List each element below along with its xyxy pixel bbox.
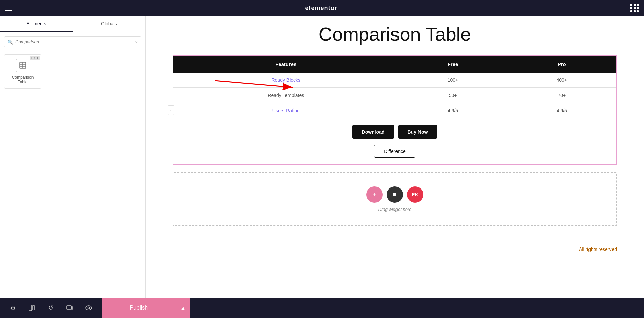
footer-rights: All rights reserved	[579, 246, 617, 252]
svg-rect-7	[32, 306, 35, 310]
chevron-up-icon: ▲	[181, 305, 186, 311]
tab-globals[interactable]: Globals	[73, 16, 146, 32]
logo: elementor	[305, 5, 337, 12]
free-value-0: 100+	[399, 73, 508, 88]
feature-name-1: Ready Templates	[173, 88, 399, 103]
comparison-table-widget[interactable]: ‹ Features Free Pro Ready Blocks 100+	[173, 55, 617, 165]
app-grid-icon[interactable]	[630, 4, 639, 12]
responsive-tool[interactable]	[64, 302, 76, 314]
ek-icon[interactable]: EK	[407, 186, 423, 203]
ct-actions: Download Buy Now	[173, 118, 616, 142]
free-value-2: 4.9/5	[399, 103, 508, 118]
pro-value-2: 4.9/5	[508, 103, 616, 118]
pro-value-0: 400+	[508, 73, 616, 88]
sidebar-search: 🔍 ×	[4, 36, 141, 47]
layers-icon	[28, 304, 35, 311]
table-row: Ready Blocks 100+ 400+	[173, 73, 616, 88]
free-value-1: 50+	[399, 88, 508, 103]
bottom-bar: ⚙ ↺ Publish ▲	[0, 298, 644, 318]
settings-tool[interactable]: ⚙	[7, 302, 19, 314]
sidebar-tabs: Elements Globals	[0, 16, 145, 32]
buy-now-button[interactable]: Buy Now	[398, 125, 437, 139]
difference-button[interactable]: Difference	[374, 145, 415, 158]
ct-difference: Difference	[173, 142, 616, 164]
download-button[interactable]: Download	[352, 125, 394, 139]
feature-name-0: Ready Blocks	[173, 73, 399, 88]
feature-name-2: Users Rating	[173, 103, 399, 118]
svg-point-10	[86, 306, 92, 310]
layers-tool[interactable]	[26, 302, 38, 314]
col-pro: Pro	[508, 56, 616, 73]
block-icon[interactable]: ■	[387, 186, 403, 203]
sidebar: Elements Globals 🔍 × EXIT Comparison Ta	[0, 16, 146, 298]
search-icon: 🔍	[7, 39, 13, 44]
widget-label: Comparison Table	[7, 75, 38, 84]
table-row: Users Rating 4.9/5 4.9/5	[173, 103, 616, 118]
sidebar-widgets: EXIT Comparison Table	[0, 52, 145, 92]
comparison-table-icon	[19, 61, 27, 69]
table-row: Ready Templates 50+ 70+	[173, 88, 616, 103]
bottom-bar-tools: ⚙ ↺	[0, 302, 102, 314]
top-bar: elementor	[0, 0, 644, 16]
collapse-toggle[interactable]: ‹	[168, 105, 174, 115]
drop-zone-icons: + ■ EK	[366, 186, 423, 203]
canvas-inner: Comparison Table ‹ Features Free Pro Rea	[146, 16, 644, 298]
top-bar-left	[5, 6, 12, 11]
svg-rect-6	[29, 305, 32, 311]
svg-point-11	[88, 307, 90, 309]
tab-elements[interactable]: Elements	[0, 16, 73, 32]
widget-comparison-table[interactable]: EXIT Comparison Table	[4, 54, 41, 89]
canvas-footer: All rights reserved	[146, 233, 644, 265]
exit-badge: EXIT	[30, 56, 40, 60]
top-bar-right	[630, 4, 639, 12]
eye-icon	[85, 304, 92, 311]
add-widget-icon[interactable]: +	[366, 186, 383, 203]
page-title: Comparison Table	[146, 16, 644, 55]
col-free: Free	[399, 56, 508, 73]
responsive-icon	[66, 304, 73, 311]
pro-value-1: 70+	[508, 88, 616, 103]
publish-expand-button[interactable]: ▲	[176, 298, 190, 318]
preview-tool[interactable]	[83, 302, 95, 314]
main-layout: Elements Globals 🔍 × EXIT Comparison Ta	[0, 16, 644, 298]
drop-zone-label: Drag widget here	[378, 207, 412, 212]
widget-icon	[16, 59, 29, 72]
svg-rect-8	[67, 306, 71, 309]
clear-search-icon[interactable]: ×	[135, 39, 138, 44]
history-tool[interactable]: ↺	[45, 302, 57, 314]
canvas: Comparison Table ‹ Features Free Pro Rea	[146, 16, 644, 298]
search-input[interactable]	[4, 36, 141, 47]
publish-button[interactable]: Publish	[102, 298, 176, 318]
comparison-table: Features Free Pro Ready Blocks 100+ 400+…	[173, 56, 616, 118]
hamburger-menu[interactable]	[5, 6, 12, 11]
svg-rect-9	[71, 307, 73, 309]
col-features: Features	[173, 56, 399, 73]
drop-zone[interactable]: + ■ EK Drag widget here	[173, 172, 617, 226]
